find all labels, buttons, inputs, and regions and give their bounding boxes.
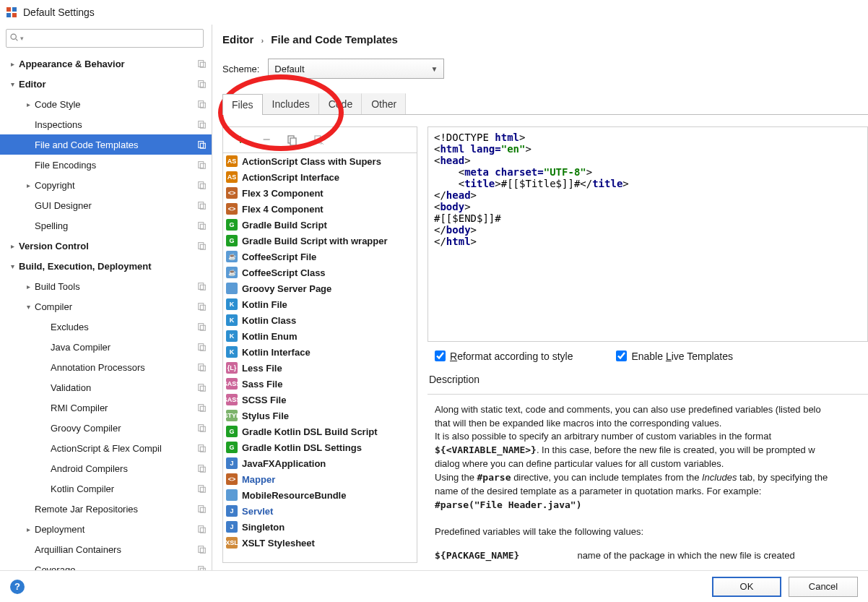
sidebar-item-excludes[interactable]: Excludes	[0, 317, 212, 337]
module-icon	[197, 119, 207, 129]
template-kotlin-file[interactable]: KKotlin File	[223, 296, 417, 312]
scheme-select[interactable]: Default ▼	[268, 59, 444, 79]
sidebar-item-actionscript-flex-compil[interactable]: ActionScript & Flex Compil	[0, 438, 212, 458]
template-singleton[interactable]: JSingleton	[223, 519, 417, 535]
sidebar-item-remote-jar-repositories[interactable]: Remote Jar Repositories	[0, 499, 212, 519]
template-label: ActionScript Class with Supers	[242, 156, 381, 167]
sidebar-item-editor[interactable]: Editor	[0, 74, 212, 94]
sidebar-item-version-control[interactable]: Version Control	[0, 236, 212, 256]
chevron-down-icon[interactable]: ▾	[20, 35, 24, 42]
svg-rect-44	[199, 465, 204, 472]
breadcrumb-editor[interactable]: Editor	[222, 33, 253, 46]
sidebar-item-label: Editor	[19, 79, 197, 90]
template-kotlin-class[interactable]: KKotlin Class	[223, 312, 417, 328]
template-label: Flex 4 Component	[242, 204, 324, 215]
sidebar-item-code-style[interactable]: Code Style	[0, 94, 212, 114]
sidebar-item-java-compiler[interactable]: Java Compiler	[0, 337, 212, 357]
template-mobileresourcebundle[interactable]: MobileResourceBundle	[223, 487, 417, 503]
sidebar-item-annotation-processors[interactable]: Annotation Processors	[0, 357, 212, 377]
breadcrumb-current: File and Code Templates	[271, 33, 398, 46]
sidebar-item-inspections[interactable]: Inspections	[0, 114, 212, 134]
template-sass-file[interactable]: SASSSass File	[223, 376, 417, 392]
copy-button[interactable]	[285, 133, 300, 147]
sidebar-item-build-tools[interactable]: Build Tools	[0, 276, 212, 296]
sidebar: ▾ Appearance & BehaviorEditorCode StyleI…	[0, 25, 212, 570]
sidebar-item-spelling[interactable]: Spelling	[0, 215, 212, 236]
template-label: Stylus File	[242, 410, 289, 421]
template-less-file[interactable]: {L}Less File	[223, 360, 417, 376]
template-label: Kotlin Interface	[242, 347, 311, 358]
sidebar-item-deployment[interactable]: Deployment	[0, 519, 212, 539]
module-icon	[197, 59, 207, 69]
sidebar-item-label: ActionScript & Flex Compil	[51, 443, 197, 454]
template-xslt-stylesheet[interactable]: XSLXSLT Stylesheet	[223, 535, 417, 551]
svg-rect-48	[199, 506, 204, 512]
footer: ? OK Cancel	[0, 570, 868, 602]
module-icon	[197, 200, 207, 210]
help-icon[interactable]: ?	[10, 580, 25, 594]
template-servlet[interactable]: JServlet	[223, 503, 417, 519]
remove-button[interactable]: −	[259, 133, 274, 147]
sidebar-item-validation[interactable]: Validation	[0, 377, 212, 397]
sidebar-item-groovy-compiler[interactable]: Groovy Compiler	[0, 418, 212, 438]
sidebar-item-rmi-compiler[interactable]: RMI Compiler	[0, 397, 212, 418]
sidebar-item-label: GUI Designer	[35, 200, 197, 211]
template-gradle-build-script[interactable]: GGradle Build Script	[223, 217, 417, 233]
module-icon	[197, 483, 207, 494]
template-gradle-kotlin-dsl-settings[interactable]: GGradle Kotlin DSL Settings	[223, 439, 417, 455]
template-list[interactable]: ASActionScript Class with SupersASAction…	[223, 153, 417, 562]
template-actionscript-interface[interactable]: ASActionScript Interface	[223, 169, 417, 185]
svg-point-4	[11, 34, 16, 39]
template-mapper[interactable]: <>Mapper	[223, 471, 417, 487]
sidebar-item-copyright[interactable]: Copyright	[0, 175, 212, 195]
live-templates-checkbox[interactable]: Enable Live Templates	[616, 351, 733, 362]
module-icon	[197, 322, 207, 332]
file-type-icon: SASS	[226, 394, 238, 405]
template-gradle-kotlin-dsl-build-script[interactable]: GGradle Kotlin DSL Build Script	[223, 423, 417, 439]
template-flex-4-component[interactable]: <>Flex 4 Component	[223, 201, 417, 217]
template-groovy-server-page[interactable]: Groovy Server Page	[223, 280, 417, 296]
sidebar-item-kotlin-compiler[interactable]: Kotlin Compiler	[0, 478, 212, 499]
template-scss-file[interactable]: SASSSCSS File	[223, 392, 417, 408]
reformat-checkbox[interactable]: RReformat according to styleeformat acco…	[435, 351, 573, 362]
sidebar-item-compiler[interactable]: Compiler	[0, 296, 212, 317]
template-toolbar: + −	[223, 127, 417, 153]
sidebar-item-appearance-behavior[interactable]: Appearance & Behavior	[0, 53, 212, 74]
more-button[interactable]	[311, 133, 326, 147]
sidebar-item-build-execution-deployment[interactable]: Build, Execution, Deployment	[0, 256, 212, 276]
tab-includes[interactable]: Includes	[263, 93, 319, 114]
template-stylus-file[interactable]: STYLStylus File	[223, 408, 417, 423]
sidebar-item-arquillian-containers[interactable]: Arquillian Containers	[0, 539, 212, 559]
search-input[interactable]: ▾	[6, 29, 204, 48]
template-coffeescript-file[interactable]: ☕CoffeeScript File	[223, 249, 417, 265]
ok-button[interactable]: OK	[712, 577, 781, 597]
cancel-button[interactable]: Cancel	[789, 577, 858, 597]
tab-files[interactable]: Files	[222, 94, 263, 115]
scheme-row: Scheme: Default ▼	[222, 59, 868, 79]
sidebar-item-file-encodings[interactable]: File Encodings	[0, 155, 212, 175]
template-actionscript-class-with-supers[interactable]: ASActionScript Class with Supers	[223, 153, 417, 169]
template-flex-3-component[interactable]: <>Flex 3 Component	[223, 185, 417, 201]
sidebar-item-android-compilers[interactable]: Android Compilers	[0, 458, 212, 478]
template-kotlin-enum[interactable]: KKotlin Enum	[223, 328, 417, 344]
template-label: Gradle Build Script	[242, 220, 327, 231]
file-type-icon: {L}	[226, 362, 238, 374]
template-label: Mapper	[242, 474, 275, 485]
template-coffeescript-class[interactable]: ☕CoffeeScript Class	[223, 265, 417, 280]
tab-code[interactable]: Code	[319, 93, 362, 114]
sidebar-item-file-and-code-templates[interactable]: File and Code Templates	[0, 134, 212, 155]
template-javafxapplication[interactable]: JJavaFXApplication	[223, 455, 417, 471]
template-kotlin-interface[interactable]: KKotlin Interface	[223, 344, 417, 360]
tab-other[interactable]: Other	[362, 93, 406, 114]
chevron-right-icon	[23, 525, 33, 533]
template-label: Singleton	[242, 522, 285, 533]
template-label: CoffeeScript Class	[242, 267, 326, 278]
sidebar-item-gui-designer[interactable]: GUI Designer	[0, 195, 212, 215]
add-button[interactable]: +	[233, 133, 248, 147]
sidebar-item-label: Kotlin Compiler	[51, 483, 197, 494]
chevron-right-icon	[7, 60, 17, 68]
template-gradle-build-script-with-wrapper[interactable]: GGradle Build Script with wrapper	[223, 233, 417, 249]
code-editor[interactable]: <!DOCTYPE html> <html lang="en"> <head> …	[428, 126, 868, 342]
sidebar-item-coverage[interactable]: Coverage	[0, 559, 212, 570]
module-icon	[197, 79, 207, 89]
